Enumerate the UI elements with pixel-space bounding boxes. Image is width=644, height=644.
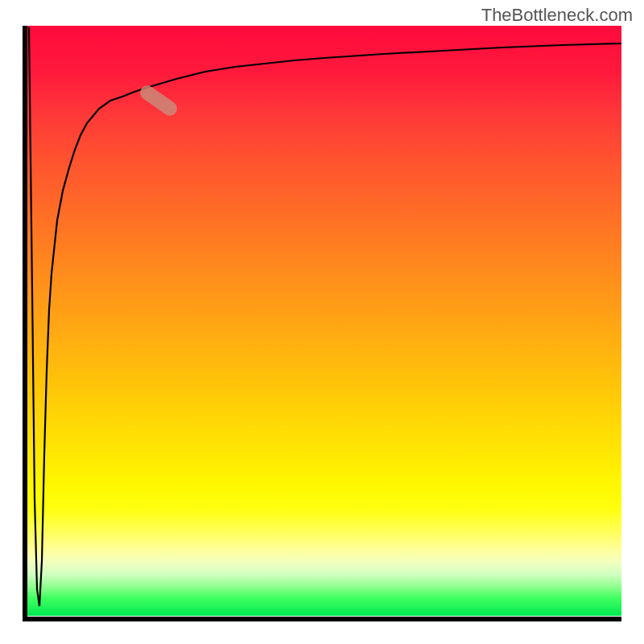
curve-layer <box>27 26 621 616</box>
svg-rect-0 <box>138 83 180 119</box>
bottleneck-curve <box>29 27 621 606</box>
x-axis <box>23 617 621 621</box>
y-axis <box>23 26 27 621</box>
watermark-text: TheBottleneck.com <box>481 5 633 26</box>
chart-container <box>0 0 644 644</box>
curve-marker <box>138 83 180 119</box>
